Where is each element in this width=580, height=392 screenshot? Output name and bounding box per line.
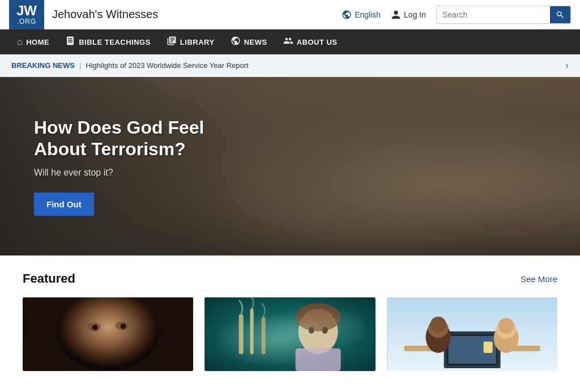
search-icon bbox=[556, 10, 565, 19]
main-nav: ⌂ HOME BIBLE TEACHINGS LIBRARY NEWS ABOU… bbox=[0, 29, 580, 54]
search-input[interactable] bbox=[437, 10, 550, 19]
featured-header: Featured See More bbox=[23, 271, 557, 286]
featured-section: Featured See More bbox=[0, 255, 580, 382]
login-label: Log In bbox=[404, 10, 426, 19]
language-label: English bbox=[355, 10, 381, 19]
search-box bbox=[436, 6, 571, 24]
breaking-news-label: BREAKING NEWS bbox=[11, 61, 75, 70]
nav-news[interactable]: NEWS bbox=[223, 29, 275, 54]
header-actions: English Log In bbox=[342, 6, 571, 24]
breaking-news-arrow[interactable]: › bbox=[565, 59, 569, 71]
language-button[interactable]: English bbox=[342, 10, 381, 20]
nav-home[interactable]: ⌂ HOME bbox=[9, 29, 57, 54]
library-icon bbox=[167, 36, 177, 48]
site-header: JW .ORG Jehovah's Witnesses English Log … bbox=[0, 0, 580, 29]
svg-point-30 bbox=[498, 318, 514, 334]
svg-point-5 bbox=[92, 325, 98, 330]
logo-jw: JW bbox=[16, 3, 37, 18]
breaking-news-text: Highlights of 2023 Worldwide Service Yea… bbox=[86, 61, 248, 70]
svg-rect-11 bbox=[239, 314, 244, 354]
search-button[interactable] bbox=[550, 6, 570, 24]
nav-about-label: ABOUT US bbox=[297, 38, 338, 46]
nav-home-label: HOME bbox=[26, 38, 49, 46]
language-icon bbox=[342, 10, 352, 20]
card-1-image bbox=[23, 297, 193, 371]
svg-point-27 bbox=[430, 317, 446, 333]
svg-rect-31 bbox=[483, 342, 492, 353]
person-icon bbox=[391, 10, 401, 20]
svg-rect-13 bbox=[262, 317, 266, 354]
svg-point-14 bbox=[298, 309, 338, 354]
nav-bible-label: BIBLE TEACHINGS bbox=[79, 38, 151, 46]
svg-rect-12 bbox=[250, 309, 254, 354]
card-2-illustration bbox=[204, 297, 375, 371]
card-1-illustration bbox=[23, 297, 193, 371]
site-title: Jehovah's Witnesses bbox=[52, 8, 158, 21]
site-logo[interactable]: JW .ORG bbox=[9, 0, 44, 29]
card-3-image bbox=[387, 297, 557, 371]
hero-content: How Does God Feel About Terrorism? Will … bbox=[0, 77, 580, 255]
svg-point-17 bbox=[322, 327, 328, 334]
svg-point-16 bbox=[309, 327, 314, 334]
home-icon: ⌂ bbox=[17, 37, 23, 47]
globe-icon bbox=[231, 36, 241, 48]
featured-card-2[interactable] bbox=[204, 297, 375, 371]
hero-subtitle: Will he ever stop it? bbox=[34, 168, 546, 178]
breaking-news-bar[interactable]: BREAKING NEWS | Highlights of 2023 World… bbox=[0, 54, 580, 77]
featured-title: Featured bbox=[23, 271, 75, 286]
featured-cards bbox=[23, 297, 557, 371]
hero-section: How Does God Feel About Terrorism? Will … bbox=[0, 77, 580, 255]
nav-about-us[interactable]: ABOUT US bbox=[275, 29, 346, 54]
card-2-image bbox=[204, 297, 375, 371]
nav-library-label: LIBRARY bbox=[180, 38, 215, 46]
nav-library[interactable]: LIBRARY bbox=[159, 29, 223, 54]
featured-card-3[interactable] bbox=[387, 297, 557, 371]
nav-news-label: NEWS bbox=[244, 38, 267, 46]
featured-card-1[interactable] bbox=[23, 297, 193, 371]
nav-bible-teachings[interactable]: BIBLE TEACHINGS bbox=[57, 29, 159, 54]
logo-org: .ORG bbox=[17, 18, 37, 25]
card-3-illustration bbox=[387, 297, 557, 371]
hero-title: How Does God Feel About Terrorism? bbox=[34, 117, 227, 160]
hero-cta-button[interactable]: Find Out bbox=[34, 193, 94, 216]
see-more-link[interactable]: See More bbox=[521, 274, 557, 284]
svg-rect-10 bbox=[205, 297, 375, 371]
login-button[interactable]: Log In bbox=[391, 10, 426, 20]
bible-icon bbox=[65, 36, 75, 48]
about-icon bbox=[283, 36, 293, 48]
svg-rect-9 bbox=[205, 297, 375, 371]
breaking-news-divider: | bbox=[79, 61, 81, 70]
svg-point-15 bbox=[296, 303, 341, 331]
svg-rect-18 bbox=[296, 348, 341, 371]
